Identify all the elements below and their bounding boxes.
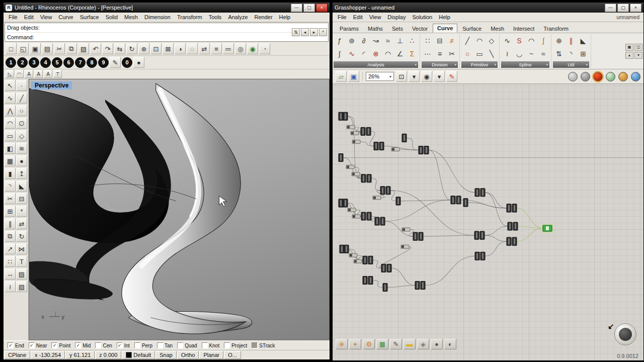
gh-node[interactable] xyxy=(361,174,366,183)
offset-curve-icon[interactable]: ∥ xyxy=(565,35,577,47)
point-in-curve-icon[interactable]: ∴ xyxy=(406,35,418,47)
status-snap[interactable]: Snap xyxy=(155,351,177,359)
surface-tools-icon[interactable]: ▧ xyxy=(16,281,27,292)
gh-node[interactable] xyxy=(507,204,511,212)
evaluate-curve-icon[interactable]: ƒ xyxy=(334,35,346,47)
menu-display[interactable]: Display xyxy=(384,13,409,21)
menu-file[interactable]: File xyxy=(6,13,21,21)
checkbox-point[interactable]: ✓ xyxy=(51,342,57,348)
close-button[interactable]: × xyxy=(316,4,328,12)
open-file-icon[interactable]: ▱ xyxy=(336,71,347,82)
circle-icon[interactable]: ○ xyxy=(16,105,27,116)
tab-curve[interactable]: Curve xyxy=(433,24,457,33)
ribbon-group-label[interactable]: Analysis▾ xyxy=(334,61,418,68)
zoom-window-icon[interactable]: ⊡ xyxy=(150,43,162,54)
gh-slider-node[interactable] xyxy=(347,125,355,129)
fillet-icon[interactable]: ◝ xyxy=(5,180,16,192)
tab-params[interactable]: Params xyxy=(336,25,363,33)
scale-icon[interactable]: ↗ xyxy=(5,243,16,254)
line-icon[interactable]: ╱ xyxy=(16,93,27,104)
gh-slider-node[interactable] xyxy=(354,259,362,263)
tab-maths[interactable]: Maths xyxy=(364,25,387,33)
menu-solid[interactable]: Solid xyxy=(103,13,121,21)
gh-node[interactable] xyxy=(380,187,385,195)
trim-icon[interactable]: ✂ xyxy=(5,193,16,204)
gh-node[interactable] xyxy=(386,187,390,195)
derivatives-icon[interactable]: ∂ xyxy=(358,35,370,47)
command-spinner-icon[interactable]: ⇅ xyxy=(292,28,300,36)
curve-frame-icon[interactable]: ◜ xyxy=(358,48,370,60)
polyarc-icon[interactable]: ~ xyxy=(525,48,537,60)
stamp-icon[interactable]: ◈ xyxy=(417,339,429,349)
ribbon-group-label[interactable]: Spline▾ xyxy=(501,61,549,68)
discontinuity-icon[interactable]: ≈ xyxy=(382,35,394,47)
array-icon[interactable]: ∷ xyxy=(5,256,16,267)
extrude-icon[interactable]: ↥ xyxy=(16,168,27,179)
rectangle-icon[interactable]: ▭ xyxy=(473,48,486,60)
curve-on-surface-icon[interactable]: ◡ xyxy=(513,48,525,60)
box-icon[interactable]: ▦ xyxy=(5,155,16,166)
gh-node[interactable] xyxy=(419,232,423,240)
osnap-int[interactable]: ✓Int xyxy=(117,342,130,348)
gh-node[interactable] xyxy=(424,146,429,154)
pencil-icon[interactable]: ✎ xyxy=(390,339,402,349)
checkbox-cen[interactable] xyxy=(95,342,101,348)
curve-sum-icon[interactable]: Σ xyxy=(406,48,418,60)
minimize-button[interactable]: — xyxy=(605,4,616,12)
gh-node[interactable] xyxy=(363,256,367,264)
curve-length-icon[interactable]: ∫ xyxy=(334,48,346,60)
checkbox-end[interactable]: ✓ xyxy=(8,342,14,348)
rotate-view-icon[interactable]: ↻ xyxy=(126,43,137,54)
curve-edit-icon[interactable]: ◠ xyxy=(15,70,24,78)
gh-node[interactable] xyxy=(379,142,384,150)
tab-sets[interactable]: Sets xyxy=(388,25,407,33)
gh-node[interactable] xyxy=(367,212,371,220)
shaded-view-icon[interactable]: ◑ xyxy=(175,43,186,54)
gh-node[interactable] xyxy=(368,276,373,284)
gh-slider-node[interactable] xyxy=(373,196,381,200)
gh-slider-node[interactable] xyxy=(352,172,360,176)
ribbon-up-icon[interactable]: ▴ xyxy=(625,52,633,59)
join-icon[interactable]: ⊞ xyxy=(5,206,16,217)
number-button-1[interactable]: 1 xyxy=(6,57,16,68)
gh-node[interactable] xyxy=(387,264,391,272)
gh-node[interactable] xyxy=(381,264,386,272)
render-icon[interactable]: ◉ xyxy=(247,43,258,54)
line-icon[interactable]: ╱ xyxy=(461,35,473,47)
circle-icon[interactable]: ○ xyxy=(461,48,473,60)
gh-node[interactable] xyxy=(363,276,367,284)
menu-surface[interactable]: Surface xyxy=(77,13,102,21)
number-button-9[interactable]: 9 xyxy=(98,57,109,68)
text-italic-a-icon[interactable]: A xyxy=(34,70,43,78)
closest-point-icon[interactable]: ⊚ xyxy=(346,35,358,47)
ribbon-down-icon[interactable]: ▾ xyxy=(634,52,642,59)
text-under-a-icon[interactable]: A xyxy=(44,70,52,78)
gh-node[interactable] xyxy=(415,281,420,289)
preview-custom-icon[interactable] xyxy=(606,72,615,81)
gh-node[interactable] xyxy=(339,199,343,207)
checkbox-project[interactable] xyxy=(224,342,230,348)
join-curves-icon[interactable]: ⊕ xyxy=(553,35,565,47)
status-o...[interactable]: O... xyxy=(224,351,241,359)
layers-icon[interactable]: ≡ xyxy=(211,43,222,54)
tab-surface[interactable]: Surface xyxy=(458,25,486,33)
new-file-icon[interactable]: □ xyxy=(6,43,17,54)
preview-shaded-icon[interactable] xyxy=(593,72,603,81)
gh-slider-node[interactable] xyxy=(348,208,356,212)
menu-view[interactable]: View xyxy=(37,13,55,21)
frame-all-icon[interactable]: ⊡ xyxy=(396,71,407,82)
tab-mesh[interactable]: Mesh xyxy=(487,25,508,33)
number-button-3[interactable]: 3 xyxy=(29,57,39,68)
copy-icon[interactable]: ⧉ xyxy=(66,43,77,54)
gh-node[interactable] xyxy=(480,252,485,260)
tween-curve-icon[interactable]: ≈ xyxy=(537,48,549,60)
gh-node[interactable] xyxy=(421,281,425,289)
gh-node[interactable] xyxy=(343,112,348,120)
gh-node[interactable] xyxy=(419,146,423,154)
osnap-perp[interactable]: Perp xyxy=(134,342,152,348)
note-icon[interactable]: ▬ xyxy=(404,339,416,349)
surface-icon[interactable]: ◧ xyxy=(5,143,16,154)
status-ortho[interactable]: Ortho xyxy=(177,351,199,359)
osnap-tan[interactable]: Tan xyxy=(157,342,173,348)
checkbox-knot[interactable] xyxy=(202,342,208,348)
